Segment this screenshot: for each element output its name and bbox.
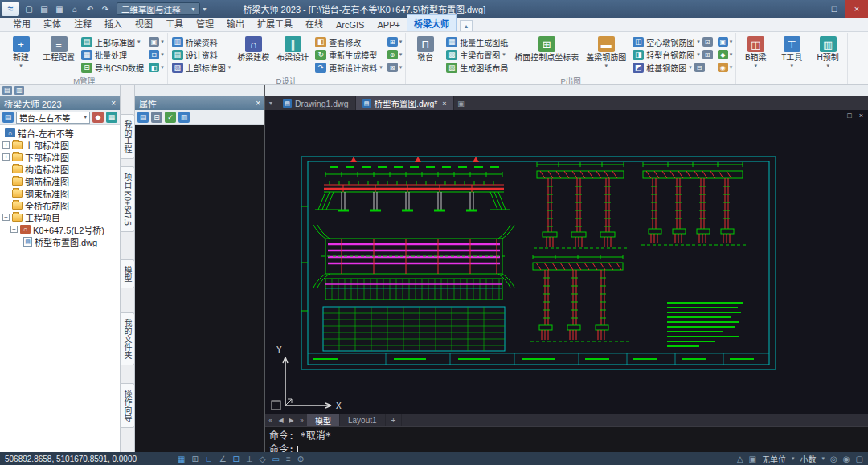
precast-module-button[interactable]: ▥ H预制 ▾	[811, 34, 845, 74]
light-abutment-rebar-button[interactable]: ◨ 轻型台钢筋图 ▾ ⊞	[631, 48, 714, 61]
qat-customize-icon[interactable]: ▾	[203, 6, 207, 13]
lineweight-icon[interactable]: ≡	[286, 455, 291, 463]
add-layout-button[interactable]: +	[386, 414, 403, 426]
command-window[interactable]: 命令: *取消* 命令:	[265, 426, 868, 452]
document-tab-menu-icon[interactable]: ▼	[265, 96, 276, 110]
tree-item-k0-647[interactable]: − ∩ K0+647.5(L2号桥)	[0, 223, 120, 235]
ribbon-tab-express[interactable]: 扩展工具	[251, 15, 299, 31]
design-extra-2-button[interactable]: ⊕ ▾	[387, 48, 403, 61]
new-file-icon[interactable]: ▢	[23, 2, 35, 15]
last-layout-icon[interactable]: »	[297, 417, 307, 424]
beam-layout-button[interactable]: ∥ 布梁设计	[274, 34, 311, 75]
box-beam-module-button[interactable]: ◫ B箱梁 ▾	[739, 34, 772, 74]
ribbon-tab-online[interactable]: 在线	[299, 15, 330, 31]
batch-generate-drawings-button[interactable]: ▦ 批量生成图纸	[444, 35, 510, 48]
close-button[interactable]: ×	[845, 0, 868, 18]
redo-icon[interactable]: ↷	[99, 2, 112, 15]
ribbon-tab-manage[interactable]: 管理	[190, 15, 220, 31]
expand-icon[interactable]: +	[2, 141, 10, 149]
expand-icon[interactable]: +	[2, 153, 10, 161]
save-file-icon[interactable]: ▦	[53, 2, 66, 15]
apply-icon[interactable]: ✓	[165, 112, 176, 123]
plot-extra-3-button[interactable]: ◉ ▾	[717, 61, 734, 74]
batch-process-button[interactable]: ▦ 批量处理	[80, 48, 145, 61]
bridge-modeling-button[interactable]: ∩ 桥梁建模	[235, 34, 272, 75]
ribbon-tab-app-plus[interactable]: APP+	[371, 18, 406, 31]
bridge-data-button[interactable]: ▥ 桥梁资料	[170, 35, 233, 48]
units-selector[interactable]: 无单位	[762, 453, 786, 465]
tools-module-button[interactable]: ⊤ T工具 ▾	[775, 34, 809, 74]
deck-control-point-table-button[interactable]: ⊞ 桥面控制点坐标表	[512, 34, 581, 75]
export-csd-button[interactable]: ⊟ 导出CSD数据	[80, 61, 145, 74]
workspace-combo[interactable]: 二维草图与注释 ▾	[117, 2, 200, 15]
maximize-button[interactable]: □	[823, 0, 845, 18]
new-project-button[interactable]: + 新建 ▾	[4, 34, 38, 75]
drawing-canvas[interactable]: Y X — □ ×	[265, 110, 868, 414]
grid-icon[interactable]: ▦	[178, 455, 185, 463]
collapse-icon[interactable]: −	[2, 214, 10, 221]
tree-item-structure-standard[interactable]: 构造标准图	[0, 163, 120, 175]
filter-icon[interactable]: ▤	[137, 112, 149, 123]
viewport-restore-icon[interactable]: □	[847, 112, 851, 120]
plot-icon[interactable]: ⌂	[68, 2, 81, 15]
ribbon-collapse-icon[interactable]: ▴	[460, 20, 473, 31]
regenerate-model-button[interactable]: ↻ 重新生成模型	[313, 48, 384, 61]
manage-extra-2-button[interactable]: ⊡ ▾	[148, 48, 165, 61]
decimal-selector[interactable]: 小数	[800, 453, 817, 465]
side-tab-wizard[interactable]: 操作向导	[120, 383, 135, 428]
tree-item-tendon-standard[interactable]: 钢束标准图	[0, 187, 120, 199]
ribbon-tab-view[interactable]: 视图	[129, 15, 159, 31]
generate-sheet-layout-button[interactable]: ▨ 生成图纸布局	[444, 61, 510, 74]
snap-icon[interactable]: ⊞	[191, 455, 198, 463]
tab-list-icon[interactable]: ▣	[454, 96, 469, 110]
design-extra-3-button[interactable]: ⊠ ▾	[387, 61, 403, 74]
project-config-button[interactable]: ≡ 工程配置	[40, 34, 77, 75]
ribbon-tab-arcgis[interactable]: ArcGIS	[330, 18, 371, 31]
ribbon-tab-output[interactable]: 输出	[220, 15, 251, 31]
layout-tab-model[interactable]: 模型	[307, 414, 340, 426]
manage-extra-1-button[interactable]: ▣ ▾	[148, 35, 165, 48]
next-layout-icon[interactable]: ▶	[286, 417, 297, 424]
panel-toggle-a-icon[interactable]: ▤	[2, 86, 12, 95]
minimize-button[interactable]: —	[800, 0, 823, 18]
panel-toggle-b-icon[interactable]: ▥	[14, 86, 24, 95]
tree-item-projects[interactable]: − 工程项目	[0, 211, 120, 223]
list-icon[interactable]: ▥	[178, 112, 190, 123]
design-extra-1-button[interactable]: ⊞ ▾	[387, 35, 403, 48]
user-icon[interactable]: ◉	[843, 455, 850, 463]
update-design-data-button[interactable]: ↷ 更新设计资料 ▾	[313, 61, 384, 74]
ducs-icon[interactable]: ◇	[260, 455, 266, 463]
view-modify-button[interactable]: ◧ 查看修改	[313, 35, 384, 48]
design-data-button[interactable]: ▤ 设计资料	[170, 48, 233, 61]
viewport-minimize-icon[interactable]: —	[833, 112, 840, 120]
main-beam-layout-button[interactable]: ▩ 主梁布置图 ▾	[444, 48, 510, 61]
workspace-switch-icon[interactable]: ▣	[749, 455, 756, 463]
ribbon-tab-tools[interactable]: 工具	[159, 15, 190, 31]
project-panel-close-icon[interactable]: ×	[111, 99, 116, 108]
otrack-icon[interactable]: ⊥	[246, 455, 253, 463]
tree-item-root[interactable]: ∩ 错台-左右不等	[0, 127, 120, 139]
tree-item-rebar-standard[interactable]: 钢筋标准图	[0, 175, 120, 187]
pile-foundation-rebar-button[interactable]: ◩ 桩基钢筋图 ▾ ⊟	[631, 61, 714, 74]
ribbon-tab-bridge-master[interactable]: 桥梁大师	[407, 14, 457, 31]
category-icon[interactable]: ⊟	[151, 112, 162, 123]
tree-view-icon[interactable]: ▤	[2, 112, 14, 123]
dynamic-input-icon[interactable]: ▭	[272, 455, 279, 463]
tree-item-lower-standard[interactable]: + 下部标准图	[0, 151, 120, 163]
project-settings-icon[interactable]: ▦	[106, 112, 117, 123]
first-layout-icon[interactable]: «	[265, 417, 276, 424]
close-tab-icon[interactable]: ×	[442, 100, 446, 108]
undo-icon[interactable]: ↶	[84, 2, 96, 15]
open-file-icon[interactable]: ▤	[38, 2, 51, 15]
side-tab-my-projects[interactable]: 我的工程	[120, 114, 135, 159]
app-logo-icon[interactable]: ≈	[2, 2, 19, 16]
isolate-objects-icon[interactable]: ◎	[830, 455, 837, 463]
plot-extra-1-button[interactable]: ▣ ▾	[717, 35, 734, 48]
upper-standard-drawing-2-button[interactable]: ▧ 上部标准图 ▾	[170, 61, 233, 74]
hollow-pier-rebar-button[interactable]: ◫ 空心墩钢筋图 ▾ ⊡	[631, 35, 714, 48]
tree-item-full-bridge-rebar[interactable]: 全桥布筋图	[0, 199, 120, 211]
layout-tab-layout1[interactable]: Layout1	[340, 414, 386, 426]
collapse-icon[interactable]: −	[10, 226, 18, 233]
ortho-icon[interactable]: ∟	[205, 455, 213, 463]
prev-layout-icon[interactable]: ◀	[276, 417, 286, 424]
